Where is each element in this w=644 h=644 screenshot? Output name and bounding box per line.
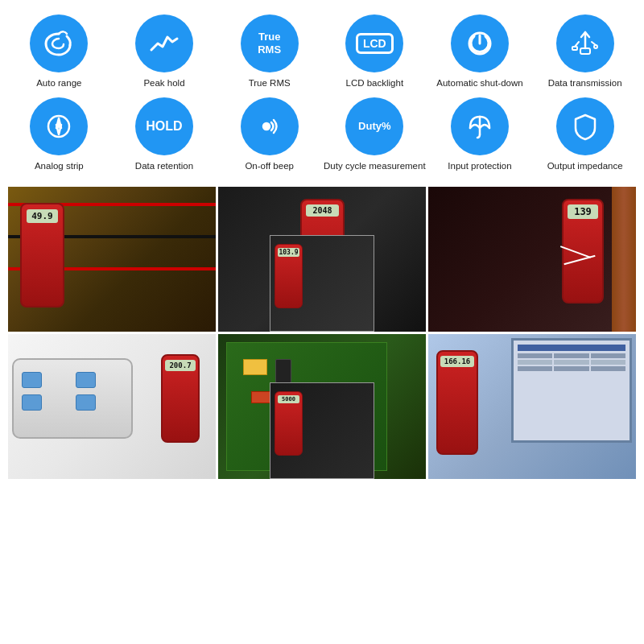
svg-rect-5: [572, 47, 577, 50]
hold-text: HOLD: [146, 118, 182, 134]
meter-value-4: 200.7: [165, 360, 196, 371]
output-impedance-icon: [556, 97, 614, 155]
svg-point-7: [594, 45, 597, 48]
feature-on-off-beep: On-off beep: [218, 97, 320, 172]
photo-3: 139: [428, 187, 636, 332]
svg-point-11: [263, 123, 270, 130]
feature-true-rms: TrueRMS True RMS: [218, 14, 320, 89]
duty-text: Duty%: [358, 120, 390, 133]
true-rms-icon: TrueRMS: [241, 14, 299, 72]
features-section: Auto range Peak hold TrueRMS True RMS: [0, 0, 644, 180]
multimeter-body-6: 166.16: [436, 350, 478, 455]
duty-cycle-label: Duty cycle measurement: [324, 160, 426, 172]
feature-data-retention: HOLD Data retention: [114, 97, 216, 172]
meter-value-6: 166.16: [440, 356, 474, 367]
power-strip: [12, 358, 133, 439]
feature-output-impedance: Output impedance: [534, 97, 636, 172]
output-impedance-label: Output impedance: [547, 160, 623, 172]
analog-strip-label: Analog strip: [35, 160, 84, 172]
data-transmission-label: Data transmission: [548, 77, 622, 89]
data-retention-label: Data retention: [135, 160, 193, 172]
true-rms-label: True RMS: [249, 77, 291, 89]
peak-hold-label: Peak hold: [143, 77, 184, 89]
multimeter-body-1: 49.9: [20, 203, 64, 308]
inset-value-1: 103.9: [278, 248, 299, 257]
meter-value-1: 49.9: [27, 209, 58, 223]
auto-range-label: Auto range: [36, 77, 81, 89]
auto-shutdown-label: Automatic shut-down: [436, 77, 522, 89]
true-rms-text: TrueRMS: [258, 31, 281, 56]
meter-value-2: 2048: [306, 204, 339, 217]
lcd-text: LCD: [356, 33, 394, 54]
inset-photo-1: 103.9: [270, 235, 374, 332]
feature-lcd-backlight: LCD LCD backlight: [324, 14, 426, 89]
photo-2: 2048 103.9: [218, 187, 426, 332]
lcd-backlight-label: LCD backlight: [346, 77, 404, 89]
features-grid: Auto range Peak hold TrueRMS True RMS: [8, 14, 636, 172]
photo-4: 200.7: [8, 334, 216, 479]
page-container: Auto range Peak hold TrueRMS True RMS: [0, 0, 644, 479]
on-off-beep-label: On-off beep: [245, 160, 294, 172]
inset-meter-body-2: 5000: [275, 391, 303, 456]
inset-value-2: 5000: [278, 395, 299, 403]
photo-1: 49.9: [8, 187, 216, 332]
inset-photo-2: 5000: [270, 382, 374, 479]
multimeter-body-4: 200.7: [161, 354, 200, 443]
photo-grid: 49.9 2048 103.9 139: [8, 187, 636, 479]
lcd-backlight-icon: LCD: [345, 14, 403, 72]
auto-shutdown-icon: [451, 14, 509, 72]
photo-5: 5000: [218, 334, 426, 479]
multimeter-body-3: 139: [562, 199, 604, 303]
duty-cycle-icon: Duty%: [345, 97, 403, 155]
data-retention-icon: HOLD: [135, 97, 193, 155]
photo-6: 166.16: [428, 334, 636, 479]
feature-duty-cycle: Duty% Duty cycle measurement: [324, 97, 426, 172]
data-transmission-icon: [556, 14, 614, 72]
computer-monitor: [511, 338, 632, 443]
feature-data-transmission: Data transmission: [534, 14, 636, 89]
meter-value-3: 139: [568, 204, 598, 219]
feature-input-protection: Input protection: [429, 97, 531, 172]
input-protection-label: Input protection: [448, 160, 511, 172]
input-protection-icon: [451, 97, 509, 155]
peak-hold-icon: [135, 14, 193, 72]
svg-marker-10: [56, 125, 61, 134]
feature-auto-shutdown: Automatic shut-down: [429, 14, 531, 89]
inset-meter-body-1: 103.9: [275, 244, 303, 308]
feature-auto-range: Auto range: [8, 14, 110, 89]
feature-peak-hold: Peak hold: [114, 14, 216, 89]
on-off-beep-icon: [241, 97, 299, 155]
analog-strip-icon: [30, 97, 88, 155]
auto-range-icon: [30, 14, 88, 72]
feature-analog-strip: Analog strip: [8, 97, 110, 172]
